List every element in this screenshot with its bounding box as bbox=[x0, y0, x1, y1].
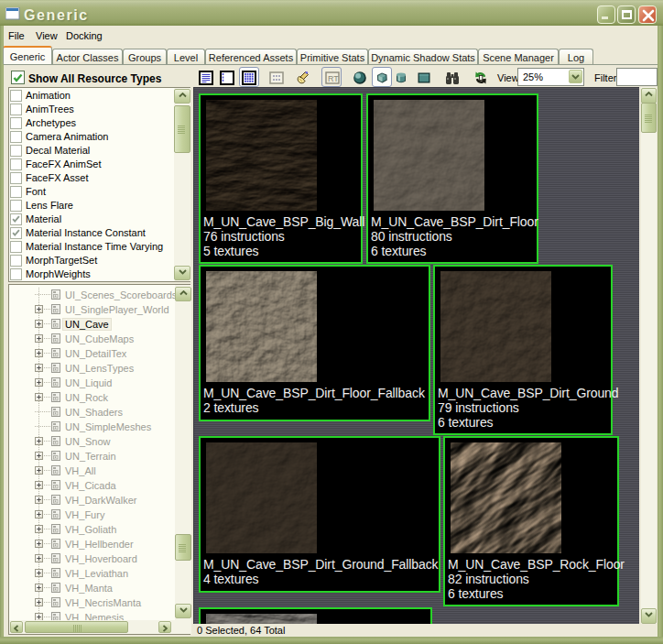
svg-text:RT: RT bbox=[328, 74, 339, 83]
